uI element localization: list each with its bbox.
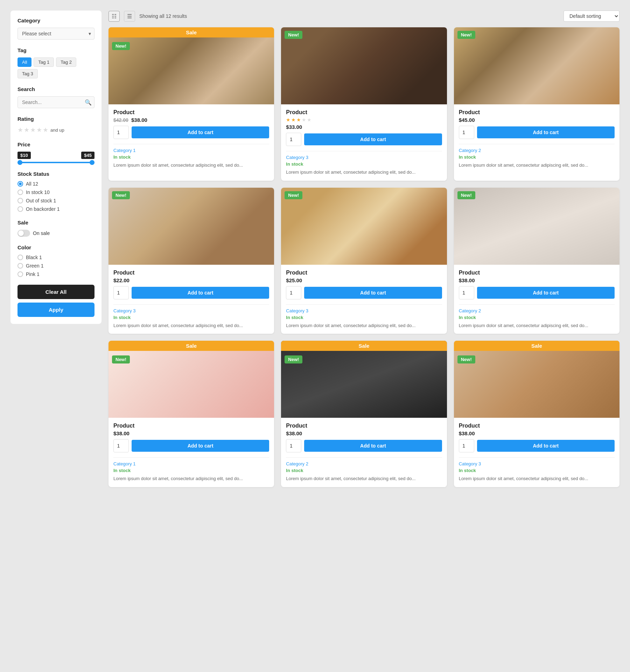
color-black-swatch[interactable] [18,255,23,260]
price-min: $10 [18,152,31,159]
qty-input-3[interactable] [459,126,474,139]
add-to-cart-btn-2[interactable]: Add to cart [304,133,442,145]
add-to-cart-btn-4[interactable]: Add to cart [132,287,269,299]
product-name-7: Product [113,423,269,429]
product-price-2: $33.00 [286,124,442,130]
stock-outofstock[interactable]: Out of stock 1 [18,198,94,203]
product-category-9[interactable]: Category 3 [459,461,615,466]
sale-banner-9: Sale [454,341,620,351]
stock-all[interactable]: All 12 [18,181,94,187]
star-2[interactable]: ★ [24,126,29,134]
results-text: Showing all 12 results [139,13,187,19]
color-green[interactable]: Green 1 [18,263,94,269]
radio-backorder[interactable] [18,206,23,212]
new-badge-7: New! [112,355,130,363]
radio-instock[interactable] [18,189,23,195]
qty-input-9[interactable] [459,439,474,452]
add-to-cart-btn-5[interactable]: Add to cart [304,287,442,299]
qty-input-8[interactable] [286,439,301,452]
add-to-cart-row-6: Add to cart [459,286,615,299]
price-sale-3: $45.00 [459,117,475,123]
add-to-cart-btn-6[interactable]: Add to cart [477,287,615,299]
search-input[interactable] [18,96,94,108]
product-stock-9: In stock [459,468,615,473]
product-name-6: Product [459,270,615,276]
star-5[interactable]: ★ [43,126,48,134]
product-category-8[interactable]: Category 2 [286,461,442,466]
grid-view-button[interactable]: ☷ [108,11,120,22]
add-to-cart-row-4: Add to cart [113,286,269,299]
sale-toggle-wrapper[interactable]: On sale [18,230,94,237]
product-info-1: Product $42.00 $38.00 Add to cart Catego… [108,104,274,174]
product-name-3: Product [459,109,615,116]
star-3[interactable]: ★ [30,126,36,134]
product-category-5[interactable]: Category 3 [286,308,442,313]
qty-input-5[interactable] [286,286,301,299]
star-4[interactable]: ★ [36,126,42,134]
product-card-9: Sale New! Product $38.00 Add to cart Cat… [454,341,620,487]
color-black[interactable]: Black 1 [18,255,94,260]
product-category-3[interactable]: Category 2 [459,148,615,153]
price-range-thumb-right[interactable] [90,160,94,165]
product-stock-8: In stock [286,468,442,473]
price-range-track[interactable] [18,162,94,163]
clear-all-button[interactable]: Clear All [18,285,94,299]
add-to-cart-btn-3[interactable]: Add to cart [477,126,615,138]
category-select[interactable]: Please select Category 1 Category 2 Cate… [18,28,94,40]
stock-instock[interactable]: In stock 10 [18,189,94,195]
apply-button[interactable]: Apply [18,303,94,317]
product-category-2[interactable]: Category 3 [286,155,442,160]
product-desc-5: Lorem ipsum dolor sit amet, consectetur … [286,322,442,329]
product-category-7[interactable]: Category 1 [113,461,269,466]
product-price-7: $38.00 [113,430,269,436]
qty-input-7[interactable] [113,439,129,452]
rating-filter[interactable]: ★ ★ ★ ★ ★ and up [18,126,94,134]
tag-btn-1[interactable]: Tag 1 [34,57,54,67]
product-category-1[interactable]: Category 1 [113,148,269,153]
add-to-cart-btn-8[interactable]: Add to cart [304,440,442,452]
sale-toggle[interactable] [18,230,30,237]
color-pink-label: Pink 1 [26,271,40,277]
qty-input-6[interactable] [459,286,474,299]
product-category-4[interactable]: Category 3 [113,308,269,313]
add-to-cart-btn-1[interactable]: Add to cart [132,126,269,138]
star-2-1: ★ [286,117,290,123]
qty-input-2[interactable] [286,133,301,146]
radio-all[interactable] [18,181,23,187]
color-pink-swatch[interactable] [18,271,23,277]
list-view-button[interactable]: ☰ [124,11,135,22]
color-green-label: Green 1 [26,263,44,269]
product-name-4: Product [113,270,269,276]
color-green-swatch[interactable] [18,263,23,269]
product-image-wrapper-1: Sale New! [108,27,274,104]
add-to-cart-row-9: Add to cart [459,439,615,452]
sale-title: Sale [18,220,94,226]
tag-btn-all[interactable]: All [18,57,31,67]
qty-input-4[interactable] [113,286,129,299]
stock-status-title: Stock Status [18,171,94,177]
price-range: $10 $45 [18,152,94,159]
price-sale-5: $25.00 [286,277,302,283]
star-1[interactable]: ★ [18,126,23,134]
color-pink[interactable]: Pink 1 [18,271,94,277]
add-to-cart-btn-9[interactable]: Add to cart [477,440,615,452]
add-to-cart-btn-7[interactable]: Add to cart [132,440,269,452]
product-price-5: $25.00 [286,277,442,283]
add-to-cart-row-7: Add to cart [113,439,269,452]
search-icon-btn[interactable]: 🔍 [85,99,92,106]
product-image-1 [108,27,274,104]
stock-all-label: All 12 [26,181,38,187]
product-image-4 [108,188,274,265]
price-range-thumb-left[interactable] [18,160,22,165]
rating-section: Rating ★ ★ ★ ★ ★ and up [18,116,94,134]
product-card-6: New! Product $38.00 Add to cart Category… [454,188,620,334]
star-2-5: ★ [307,117,312,123]
tag-btn-3[interactable]: Tag 3 [18,69,38,78]
product-category-6[interactable]: Category 2 [459,308,615,313]
rating-stars[interactable]: ★ ★ ★ ★ ★ [18,126,48,134]
sort-select[interactable]: Default sorting Price: low to high Price… [564,11,620,22]
tag-btn-2[interactable]: Tag 2 [56,57,76,67]
radio-outofstock[interactable] [18,198,23,203]
qty-input-1[interactable] [113,126,129,139]
stock-backorder[interactable]: On backorder 1 [18,206,94,212]
